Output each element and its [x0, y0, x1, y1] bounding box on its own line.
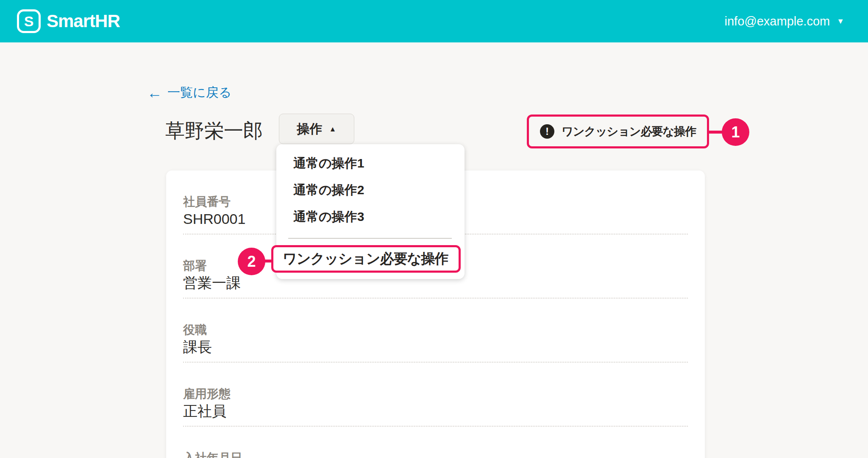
field-value: 課長 — [183, 338, 688, 356]
action-button-label: 操作 — [297, 120, 323, 138]
callout-2-badge: 2 — [238, 248, 265, 275]
account-email: info@example.com — [725, 14, 830, 28]
back-to-list-link[interactable]: ← 一覧に戻る — [147, 84, 231, 101]
menu-item-normal-3[interactable]: 通常の操作3 — [276, 204, 465, 230]
action-dropdown-menu: 通常の操作1 通常の操作2 通常の操作3 ワンクッション必要な操作 — [276, 144, 465, 279]
field-value: 正社員 — [183, 402, 688, 420]
exclamation-icon: ! — [540, 124, 554, 139]
field-label: 雇用形態 — [183, 387, 688, 401]
brand-name: SmartHR — [47, 11, 120, 31]
field-row-hire-date: 入社年月日 — [183, 427, 688, 458]
exclamation-glyph: ! — [545, 126, 549, 137]
menu-item-caution[interactable]: ワンクッション必要な操作 — [271, 245, 461, 273]
smarthr-logo-icon: S — [17, 9, 41, 33]
screen: S SmartHR info@example.com ▼ ← 一覧に戻る 草野栄… — [0, 0, 868, 458]
callout-1-connector — [708, 131, 723, 134]
field-label: 入社年月日 — [183, 451, 688, 458]
field-row-employment-type: 雇用形態 正社員 — [183, 363, 688, 427]
chevron-down-icon: ▼ — [837, 17, 844, 25]
menu-divider — [288, 238, 452, 239]
action-dropdown-button[interactable]: 操作 ▲ — [279, 114, 354, 144]
app-header: S SmartHR info@example.com ▼ — [0, 0, 868, 42]
field-label: 役職 — [183, 323, 688, 337]
callout-1-box: ! ワンクッション必要な操作 — [527, 114, 709, 148]
back-link-label: 一覧に戻る — [167, 84, 231, 101]
page-title: 草野栄一郎 — [165, 118, 263, 144]
chevron-up-icon: ▲ — [329, 126, 337, 133]
menu-item-normal-1[interactable]: 通常の操作1 — [276, 150, 465, 177]
logo-monogram: S — [24, 14, 34, 28]
callout-1-label: ワンクッション必要な操作 — [562, 124, 696, 139]
smarthr-logo[interactable]: S SmartHR — [17, 9, 120, 33]
callout-1-badge: 1 — [722, 118, 749, 146]
field-row-position: 役職 課長 — [183, 299, 688, 363]
menu-item-normal-2[interactable]: 通常の操作2 — [276, 177, 465, 204]
account-menu[interactable]: info@example.com ▼ — [725, 14, 844, 28]
back-arrow-icon: ← — [147, 85, 162, 101]
